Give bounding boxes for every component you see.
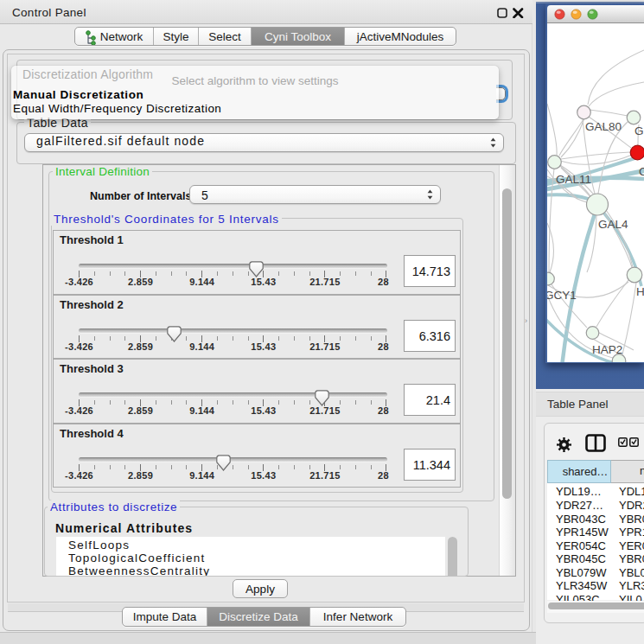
svg-text:G.: G. <box>634 124 644 137</box>
svg-text:GAL80: GAL80 <box>585 120 622 133</box>
svg-text:H: H <box>636 285 644 298</box>
svg-text:C: C <box>639 165 644 178</box>
svg-text:HAP2: HAP2 <box>592 343 622 356</box>
svg-text:GCY1: GCY1 <box>547 289 577 302</box>
svg-text:GAL4: GAL4 <box>598 218 628 231</box>
svg-text:GAL11: GAL11 <box>556 173 591 186</box>
